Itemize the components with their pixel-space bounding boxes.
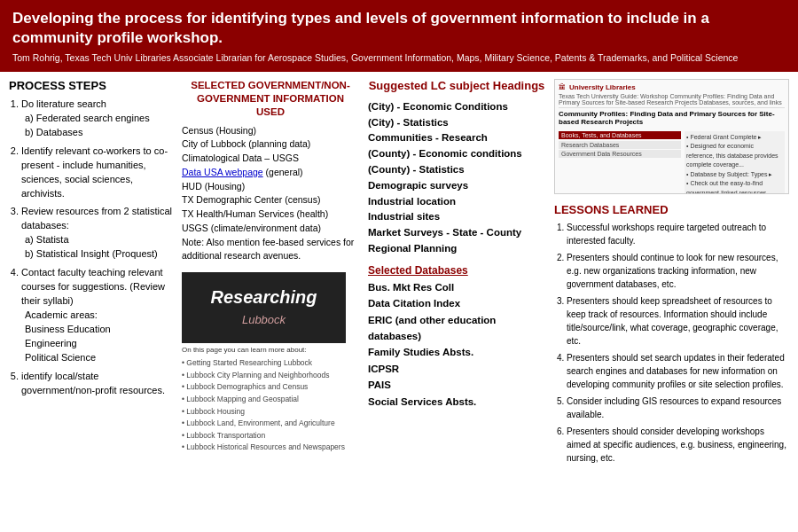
lc-subject-item: Industrial sites bbox=[368, 209, 545, 225]
process-step-sub: b) Statistical Insight (Proquest) bbox=[21, 247, 173, 262]
research-link-item: Getting Started Researching Lubbock bbox=[182, 357, 359, 370]
research-link-item: Lubbock Land, Environment, and Agricultu… bbox=[182, 418, 359, 430]
process-step-sub: Engineering bbox=[21, 337, 173, 351]
selected-db-item: ICPSR bbox=[368, 361, 545, 377]
process-step-5: identify local/state government/non-prof… bbox=[21, 370, 173, 398]
lesson-item-2: Presenters should continue to look for n… bbox=[567, 251, 789, 291]
screenshot-box: 🏛 University Libraries Texas Tech Univer… bbox=[554, 79, 789, 194]
research-image-box: Researching Lubbock On this page you can… bbox=[182, 272, 359, 454]
screenshot-tab-3: Government Data Resources bbox=[559, 150, 681, 158]
screenshot-page-title: Community Profiles: Finding Data and Pri… bbox=[559, 110, 785, 126]
research-image: Researching Lubbock bbox=[182, 272, 346, 343]
lesson-item-3: Presenters should keep spreadsheet of re… bbox=[567, 294, 789, 348]
lc-subject-item: (County) - Economic conditions (County) … bbox=[368, 146, 545, 178]
gov-info-title: SELECTED GOVERNMENT/NON-GOVERNMENT INFOR… bbox=[182, 79, 359, 119]
lc-subject-item: Regional Planning bbox=[368, 241, 545, 257]
process-steps-list: Do literature searcha) Federated search … bbox=[9, 98, 173, 398]
screenshot-body: Books, Tests, and Databases Research Dat… bbox=[559, 131, 785, 194]
research-link-item: Lubbock Transportation bbox=[182, 430, 359, 442]
research-img-title: Researching Lubbock bbox=[210, 287, 317, 328]
lc-subject-item: Demograpic surveys bbox=[368, 178, 545, 194]
lc-subject-item: (City) - Statistics bbox=[368, 115, 545, 131]
gov-info-item-9: Note: Also mention fee-based services fo… bbox=[182, 236, 359, 264]
process-step-3: Review resources from 2 statistical data… bbox=[21, 205, 173, 262]
research-link-item: Lubbock Historical Resources and Newspap… bbox=[182, 442, 359, 454]
gov-info-item-7: TX Health/Human Services (health) bbox=[182, 207, 359, 222]
gov-info-item-1: Census (Housing) bbox=[182, 124, 359, 138]
selected-db-item: ERIC (and other education databases) bbox=[368, 312, 545, 345]
selected-db-item: Bus. Mkt Res Coll bbox=[368, 279, 545, 295]
screenshot-tab-2: Research Databases bbox=[559, 141, 681, 149]
process-steps-column: PROCESS STEPS Do literature searcha) Fed… bbox=[9, 79, 173, 526]
screenshot-body-right: • Federal Grant Complete ▸ • Designed fo… bbox=[685, 131, 785, 194]
screenshot-logo: University Libraries bbox=[569, 83, 636, 91]
process-step-4: Contact faculty teaching relevant course… bbox=[21, 266, 173, 365]
process-step-sub: a) Federated search engines bbox=[21, 112, 173, 126]
process-step-sub: a) Statista bbox=[21, 233, 173, 247]
process-steps-title: PROCESS STEPS bbox=[9, 79, 173, 92]
process-step-sub: Political Science bbox=[21, 351, 173, 365]
process-step-sub: b) Databases bbox=[21, 126, 173, 140]
lc-subject-item: (City) - Economic Conditions bbox=[368, 99, 545, 115]
lc-subject-item: Market Surveys - State - County bbox=[368, 225, 545, 241]
screenshot-header: 🏛 University Libraries bbox=[559, 83, 785, 91]
lessons-learned-section: LESSONS LEARNED Successful workshops req… bbox=[554, 203, 789, 465]
header-subtitle: Tom Rohrig, Texas Tech Univ Libraries As… bbox=[12, 51, 786, 65]
selected-db-content: Bus. Mkt Res CollData Citation IndexERIC… bbox=[368, 279, 545, 410]
process-step-2: Identify relevant co-workers to co-prese… bbox=[21, 145, 173, 201]
selected-db-title: Selected Databases bbox=[368, 264, 545, 277]
lessons-list: Successful workshops require targeted ou… bbox=[554, 221, 789, 465]
gov-info-item-3: Climatological Data – USGS bbox=[182, 152, 359, 166]
data-usa-link[interactable]: Data USA webpage bbox=[182, 167, 263, 177]
lessons-title: LESSONS LEARNED bbox=[554, 203, 789, 216]
screenshot-nav: Texas Tech University Guide: Workshop Co… bbox=[559, 93, 785, 108]
far-right-column: 🏛 University Libraries Texas Tech Univer… bbox=[554, 79, 789, 526]
lesson-item-6: Presenters should consider developing wo… bbox=[567, 425, 789, 465]
screenshot-body-left: Books, Tests, and Databases Research Dat… bbox=[559, 131, 681, 194]
lesson-item-1: Successful workshops require targeted ou… bbox=[567, 221, 789, 247]
lc-subject-column: Suggested LC subject Headings (City) - E… bbox=[368, 79, 545, 526]
selected-db-item: Data Citation Index bbox=[368, 295, 545, 311]
screenshot-tab-active: Books, Tests, and Databases bbox=[559, 131, 681, 139]
gov-info-item-2: City of Lubbock (planning data) bbox=[182, 137, 359, 152]
header: Developing the process for identifying t… bbox=[0, 0, 798, 72]
gov-info-column: SELECTED GOVERNMENT/NON-GOVERNMENT INFOR… bbox=[182, 79, 359, 526]
research-link-item: Lubbock City Planning and Neighborhoods bbox=[182, 370, 359, 382]
process-step-sub: Academic areas: bbox=[21, 309, 173, 323]
selected-db-item: Social Services Absts. bbox=[368, 394, 545, 410]
gov-info-item-4: Data USA webpage (general) bbox=[182, 166, 359, 180]
lc-subject-item: Industrial location bbox=[368, 194, 545, 210]
lc-subject-item: Communities - Research bbox=[368, 130, 545, 146]
lesson-item-4: Presenters should set search updates in … bbox=[567, 351, 789, 391]
lc-subject-content: (City) - Economic Conditions(City) - Sta… bbox=[368, 99, 545, 257]
selected-db-item: Family Studies Absts. bbox=[368, 344, 545, 360]
gov-info-content: Census (Housing)City of Lubbock (plannin… bbox=[182, 124, 359, 264]
gov-info-item-6: TX Demographic Center (census) bbox=[182, 193, 359, 207]
research-img-description: On this page you can learn more about: bbox=[182, 346, 359, 354]
research-img-links: Getting Started Researching LubbockLubbo… bbox=[182, 357, 359, 454]
selected-db-item: PAIS bbox=[368, 377, 545, 393]
research-link-item: Lubbock Mapping and Geospatial bbox=[182, 394, 359, 406]
research-link-item: Lubbock Demographics and Census bbox=[182, 381, 359, 394]
lc-subject-title: Suggested LC subject Headings bbox=[368, 79, 545, 94]
research-link-item: Lubbock Housing bbox=[182, 406, 359, 419]
header-title: Developing the process for identifying t… bbox=[12, 9, 786, 48]
screenshot-left-content: Books, Tests, and Databases Research Dat… bbox=[559, 131, 681, 158]
process-step-sub: Business Education bbox=[21, 323, 173, 337]
main-content: PROCESS STEPS Do literature searcha) Fed… bbox=[0, 72, 798, 531]
gov-info-item-8: USGS (climate/environment data) bbox=[182, 222, 359, 236]
process-step-1: Do literature searcha) Federated search … bbox=[21, 98, 173, 140]
screenshot-right-content: • Federal Grant Complete ▸ • Designed fo… bbox=[686, 133, 783, 194]
lesson-item-5: Consider including GIS resources to expa… bbox=[567, 395, 789, 421]
gov-info-item-5: HUD (Housing) bbox=[182, 180, 359, 194]
